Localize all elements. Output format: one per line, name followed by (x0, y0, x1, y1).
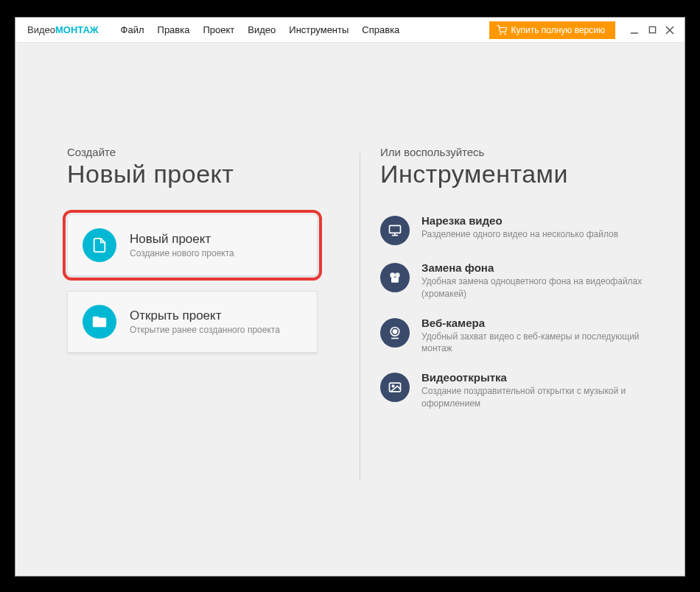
tool-webcam-sub: Удобный захват видео с веб-камеры и посл… (421, 331, 662, 356)
new-project-card[interactable]: Новый проект Создание нового проекта (67, 214, 318, 276)
svg-point-0 (500, 33, 500, 34)
open-project-title: Открыть проект (130, 309, 280, 323)
svg-point-9 (390, 272, 395, 278)
tool-bg-sub: Удобная замена одноцветного фона на виде… (421, 275, 662, 300)
folder-icon (83, 305, 116, 339)
menu-help[interactable]: Справка (362, 24, 399, 35)
menu-tools[interactable]: Инструменты (289, 24, 349, 35)
buy-button-label: Купить полную версию (511, 25, 605, 35)
menu-video[interactable]: Видео (248, 24, 276, 35)
tool-postcard-title: Видеооткрытка (421, 371, 662, 384)
titlebar: ВидеоМОНТАЖ Файл Правка Проект Видео Инс… (15, 18, 685, 43)
tool-cut-video[interactable]: Нарезка видео Разделение одного видео на… (380, 214, 662, 245)
tool-postcard-sub: Создание поздравительной открытки с музы… (421, 385, 662, 410)
vertical-divider (360, 153, 360, 480)
logo-accent: МОНТАЖ (55, 24, 99, 35)
open-project-sub: Открытие ранее созданного проекта (130, 325, 280, 335)
tools-section: Или воспользуйтесь Инструментами Нарезка… (347, 146, 662, 546)
tool-bg-title: Замена фона (421, 261, 662, 274)
minimize-button[interactable] (627, 23, 642, 38)
svg-point-10 (395, 272, 400, 278)
new-project-title: Новый проект (130, 232, 234, 247)
create-label: Создайте (67, 146, 347, 158)
logo-prefix: Видео (27, 24, 55, 35)
camera-film-icon (380, 263, 410, 292)
close-button[interactable] (662, 23, 677, 38)
tool-cut-title: Нарезка видео (421, 214, 618, 227)
app-window: ВидеоМОНТАЖ Файл Правка Проект Видео Инс… (15, 17, 685, 577)
svg-rect-3 (649, 27, 655, 32)
svg-point-15 (392, 385, 394, 387)
tool-replace-bg[interactable]: Замена фона Удобная замена одноцветного … (380, 261, 662, 300)
tools-title: Инструментами (380, 160, 662, 188)
tools-label: Или воспользуйтесь (380, 146, 662, 158)
maximize-button[interactable] (645, 23, 659, 38)
svg-rect-6 (390, 225, 401, 233)
screen-icon (380, 216, 410, 245)
image-icon (380, 373, 410, 402)
cart-icon (497, 25, 507, 35)
window-controls (627, 23, 677, 38)
main-menu: Файл Правка Проект Видео Инструменты Спр… (121, 24, 400, 35)
tool-postcard[interactable]: Видеооткрытка Создание поздравительной о… (380, 371, 662, 410)
menu-file[interactable]: Файл (121, 24, 144, 35)
menu-edit[interactable]: Правка (158, 24, 190, 35)
tool-cut-sub: Разделение одного видео на несколько фай… (421, 228, 618, 241)
new-project-sub: Создание нового проекта (130, 248, 234, 258)
svg-point-13 (393, 329, 397, 333)
main-content: Создайте Новый проект Новый проект Созда… (15, 43, 685, 576)
svg-rect-11 (391, 278, 399, 283)
svg-point-1 (505, 33, 505, 34)
tool-webcam[interactable]: Веб-камера Удобный захват видео с веб-ка… (380, 317, 662, 356)
tool-webcam-title: Веб-камера (421, 317, 662, 329)
document-icon (83, 228, 116, 262)
create-title: Новый проект (67, 160, 347, 188)
open-project-card[interactable]: Открыть проект Открытие ранее созданного… (67, 291, 318, 353)
menu-project[interactable]: Проект (203, 24, 234, 35)
app-logo: ВидеоМОНТАЖ (27, 24, 99, 35)
create-section: Создайте Новый проект Новый проект Созда… (67, 146, 347, 546)
buy-full-version-button[interactable]: Купить полную версию (489, 21, 615, 39)
webcam-icon (380, 318, 410, 348)
